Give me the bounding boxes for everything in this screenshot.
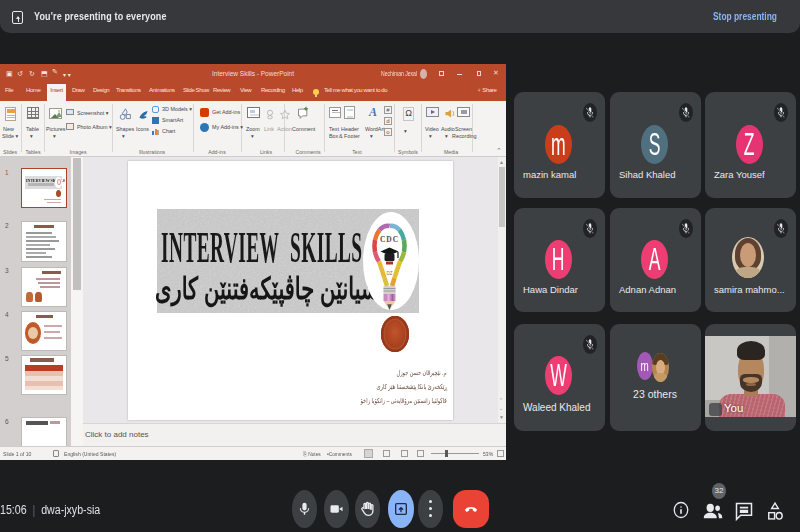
svg-text:CDC: CDC (380, 235, 399, 244)
svg-text:DZ: DZ (387, 271, 393, 276)
